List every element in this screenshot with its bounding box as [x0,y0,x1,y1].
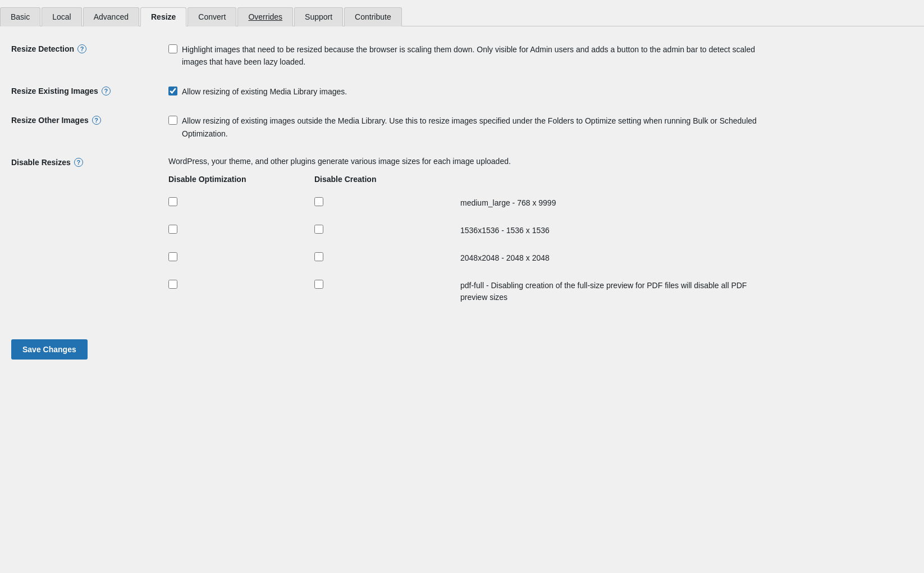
disable-resizes-header: Disable Optimization Disable Creation [168,175,775,184]
resize-other-row: Resize Other Images ? Allow resizing of … [11,115,775,140]
create-check-1536 [314,225,460,234]
col-creation-label: Disable Creation [314,175,460,184]
create-check-pdffull [314,280,460,289]
resize-existing-help-icon[interactable]: ? [102,87,111,96]
resize-existing-checkbox-row: Allow resizing of existing Media Library… [168,85,775,98]
opt-checkbox-pdffull[interactable] [168,280,177,289]
name-pdffull: pdf-full - Disabling creation of the ful… [460,280,775,303]
opt-checkbox-1536[interactable] [168,225,177,234]
resize-other-help-icon[interactable]: ? [92,116,101,125]
table-row: pdf-full - Disabling creation of the ful… [168,272,775,311]
tab-advanced[interactable]: Advanced [83,7,139,26]
resize-other-description: Allow resizing of existing images outsid… [182,115,775,140]
name-1536: 1536x1536 - 1536 x 1536 [460,225,775,237]
main-content: Resize Detection ? Highlight images that… [0,26,786,376]
create-checkbox-1536[interactable] [314,225,323,234]
opt-check-1536 [168,225,314,234]
resize-existing-content: Allow resizing of existing Media Library… [168,85,775,98]
name-medium-large: medium_large - 768 x 9999 [460,197,775,209]
resize-existing-label: Resize Existing Images ? [11,85,168,96]
create-checkbox-pdffull[interactable] [314,280,323,289]
resize-detection-row: Resize Detection ? Highlight images that… [11,43,775,69]
opt-check-pdffull [168,280,314,289]
resize-detection-help-icon[interactable]: ? [77,44,86,53]
tab-support[interactable]: Support [294,7,343,26]
disable-resizes-content: WordPress, your theme, and other plugins… [168,157,775,311]
opt-check-2048 [168,252,314,261]
resize-detection-description: Highlight images that need to be resized… [182,43,775,69]
resize-other-checkbox-row: Allow resizing of existing images outsid… [168,115,775,140]
resize-detection-label: Resize Detection ? [11,43,168,53]
resize-existing-row: Resize Existing Images ? Allow resizing … [11,85,775,98]
name-2048: 2048x2048 - 2048 x 2048 [460,252,775,264]
resize-other-checkbox[interactable] [168,116,177,125]
save-changes-button[interactable]: Save Changes [11,339,88,360]
resize-other-label: Resize Other Images ? [11,115,168,125]
create-checkbox-2048[interactable] [314,252,323,261]
table-row: medium_large - 768 x 9999 [168,189,775,217]
tab-resize[interactable]: Resize [140,7,186,26]
resize-other-content: Allow resizing of existing images outsid… [168,115,775,140]
opt-check-medium-large [168,197,314,206]
disable-resizes-row: Disable Resizes ? WordPress, your theme,… [11,157,775,311]
resize-detection-checkbox-row: Highlight images that need to be resized… [168,43,775,69]
resize-existing-checkbox[interactable] [168,87,177,96]
tab-overrides[interactable]: Overrides [237,7,293,26]
col-optimization-label: Disable Optimization [168,175,314,184]
tab-contribute[interactable]: Contribute [344,7,402,26]
create-check-medium-large [314,197,460,206]
table-row: 1536x1536 - 1536 x 1536 [168,217,775,244]
col-name-label [460,175,775,184]
opt-checkbox-medium-large[interactable] [168,197,177,206]
disable-resizes-intro: WordPress, your theme, and other plugins… [168,157,775,166]
resize-detection-checkbox[interactable] [168,44,177,53]
disable-resizes-table: Disable Optimization Disable Creation me… [168,175,775,311]
table-row: 2048x2048 - 2048 x 2048 [168,244,775,272]
create-check-2048 [314,252,460,261]
disable-resizes-help-icon[interactable]: ? [74,158,83,167]
tab-basic[interactable]: Basic [0,7,40,26]
resize-detection-content: Highlight images that need to be resized… [168,43,775,69]
opt-checkbox-2048[interactable] [168,252,177,261]
tabs-bar: Basic Local Advanced Resize Convert Over… [0,0,924,26]
tab-convert[interactable]: Convert [187,7,236,26]
resize-existing-description: Allow resizing of existing Media Library… [182,85,347,98]
tab-local[interactable]: Local [42,7,81,26]
disable-resizes-label: Disable Resizes ? [11,157,168,167]
create-checkbox-medium-large[interactable] [314,197,323,206]
